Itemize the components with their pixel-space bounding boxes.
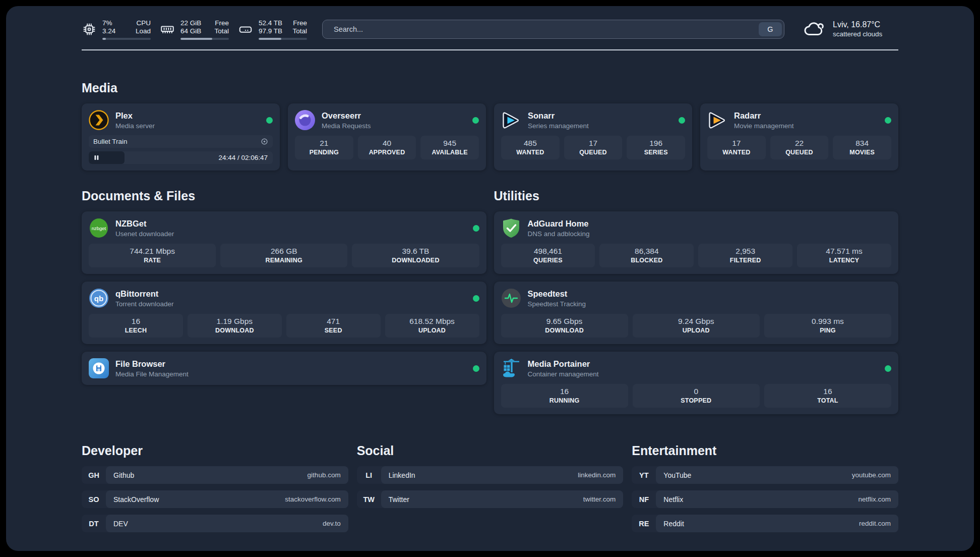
pause-icon[interactable] [94, 155, 99, 160]
bookmark-netflix[interactable]: NF Netflix netflix.com [632, 490, 898, 508]
system-metrics: 7% 3.24 CPU Load [82, 19, 307, 40]
app-subtitle: Media server [115, 122, 155, 130]
status-dot [885, 117, 891, 124]
app-name: AdGuard Home [528, 218, 590, 229]
session-target-icon [261, 138, 268, 145]
status-dot [473, 295, 479, 302]
nzbget-icon: nzbget [89, 218, 109, 238]
cpu-load-value: 3.24 [102, 27, 115, 36]
playback-time: 24:44 / 02:06:47 [218, 151, 268, 164]
bookmark-abbr: YT [632, 466, 656, 484]
disk-total-label: Total [292, 27, 307, 36]
disk-free-value: 52.4 TB [259, 19, 282, 28]
status-dot [885, 365, 891, 372]
app-subtitle: DNS and adblocking [528, 230, 590, 238]
stat-blocked: 86,384 BLOCKED [599, 244, 694, 267]
bookmark-name: Netflix [663, 495, 683, 504]
weather-widget: Lviv, 16.87°C scattered clouds [803, 18, 898, 40]
bookmark-abbr: RE [632, 515, 656, 532]
storage-metric: 52.4 TB 97.9 TB Free Total [238, 19, 307, 40]
stat-latency: 47.571 ms LATENCY [797, 244, 891, 267]
bookmark-stackoverflow[interactable]: SO StackOverflow stackoverflow.com [82, 490, 348, 508]
cpu-metric: 7% 3.24 CPU Load [82, 19, 151, 40]
app-name: Plex [115, 110, 155, 121]
stat-wanted: 17 WANTED [707, 136, 766, 159]
status-dot [473, 225, 479, 232]
app-card-sonarr[interactable]: Sonarr Series management 485 WANTED 17 Q… [494, 103, 692, 171]
app-card-portainer[interactable]: Media Portainer Container management 16 … [494, 352, 899, 414]
stat-series: 196 SERIES [627, 136, 685, 159]
app-name: Media Portainer [528, 359, 599, 369]
stat-stopped: 0 STOPPED [633, 384, 760, 408]
stat-queued: 22 QUEUED [770, 136, 829, 159]
bookmark-url: youtube.com [852, 471, 891, 479]
plex-now-playing: Bullet Train [89, 135, 273, 148]
cloud-icon [803, 18, 826, 40]
bookmark-reddit[interactable]: RE Reddit reddit.com [632, 515, 898, 532]
stat-leech: 16 LEECH [89, 314, 183, 338]
section-media: Media Plex Media server [82, 81, 898, 171]
bookmark-name: LinkedIn [389, 471, 415, 479]
app-card-filebrowser[interactable]: File Browser Media File Management [82, 352, 486, 385]
search-engine-button[interactable]: G [759, 22, 782, 36]
bookmark-twitter[interactable]: TW Twitter twitter.com [357, 490, 624, 508]
stat-filtered: 2,953 FILTERED [698, 244, 792, 267]
section-title-documents: Documents & Files [82, 189, 486, 203]
section-utilities: Utilities [494, 189, 899, 414]
adguard-icon [501, 218, 521, 238]
status-dot [679, 117, 685, 124]
section-social: Social LI LinkedIn linkedin.com TW Twitt… [357, 443, 624, 508]
app-card-adguard-home[interactable]: AdGuard Home DNS and adblocking 498,461 … [494, 211, 899, 274]
bookmark-linkedin[interactable]: LI LinkedIn linkedin.com [357, 466, 624, 484]
app-name: File Browser [115, 359, 189, 369]
cpu-progress-fill [102, 38, 106, 40]
bookmark-abbr: LI [357, 466, 381, 484]
app-name: qBittorrent [115, 289, 174, 299]
bookmark-name: Reddit [663, 520, 684, 528]
bookmark-github[interactable]: GH Github github.com [82, 466, 348, 484]
disk-progress-track [259, 38, 307, 40]
stat-queries: 498,461 QUERIES [501, 244, 595, 267]
stat-approved: 40 APPROVED [358, 136, 416, 159]
bookmark-name: DEV [113, 520, 128, 528]
weather-location-temp: Lviv, 16.87°C [833, 20, 882, 30]
weather-condition: scattered clouds [833, 30, 882, 39]
status-dot [266, 117, 273, 124]
section-title-developer: Developer [82, 443, 348, 458]
app-name: NZBGet [115, 218, 174, 229]
stat-movies: 834 MOVIES [833, 136, 891, 159]
app-card-plex[interactable]: Plex Media server Bullet Train [82, 103, 280, 171]
app-subtitle: Media Requests [322, 122, 371, 130]
app-name: Radarr [734, 110, 794, 121]
app-card-overseerr[interactable]: Overseerr Media Requests 21 PENDING 40 A… [288, 103, 486, 171]
app-card-speedtest[interactable]: Speedtest Speedtest Tracking 9.65 Gbps D… [494, 282, 899, 344]
stat-seed: 471 SEED [286, 314, 381, 338]
radarr-icon [707, 110, 727, 130]
bookmark-youtube[interactable]: YT YouTube youtube.com [632, 466, 898, 484]
section-entertainment: Entertainment YT YouTube youtube.com NF … [632, 443, 898, 532]
app-card-qbittorrent[interactable]: qb qBittorrent Torrent downloader 16 LEE… [82, 282, 486, 344]
sonarr-icon [501, 110, 521, 130]
search-input[interactable] [322, 20, 784, 39]
plex-icon [89, 110, 109, 130]
section-title-entertainment: Entertainment [632, 443, 898, 458]
bookmark-name: YouTube [663, 471, 691, 479]
portainer-icon [501, 358, 521, 378]
stat-wanted: 485 WANTED [501, 136, 560, 159]
app-card-radarr[interactable]: Radarr Movie management 17 WANTED 22 QUE… [700, 103, 898, 171]
app-name: Speedtest [528, 289, 586, 299]
stat-remaining: 266 GB REMAINING [220, 244, 347, 267]
dashboard-panel: 7% 3.24 CPU Load [6, 6, 974, 551]
speedtest-icon [501, 288, 521, 308]
stat-pending: 21 PENDING [295, 136, 353, 159]
app-card-nzbget[interactable]: nzbget NZBGet Usenet downloader 744.21 M… [82, 211, 486, 274]
bookmark-abbr: NF [632, 490, 656, 508]
bookmark-dev[interactable]: DT DEV dev.to [82, 515, 348, 532]
bookmark-abbr: GH [82, 466, 106, 484]
bookmark-name: Github [113, 471, 134, 479]
disk-free-label: Free [292, 19, 307, 28]
bookmark-abbr: TW [357, 490, 381, 508]
stat-download: 9.65 Gbps DOWNLOAD [501, 314, 628, 338]
stat-upload: 9.24 Gbps UPLOAD [633, 314, 760, 338]
disk-icon [238, 22, 253, 37]
